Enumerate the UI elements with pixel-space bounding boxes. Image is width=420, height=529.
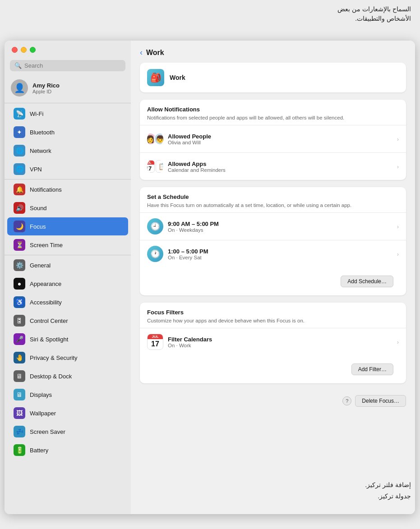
allowed-apps-row[interactable]: JUL 17 📋 Allowed Apps Calendar and Remin… xyxy=(140,152,406,180)
chevron-icon: › xyxy=(397,136,399,143)
screen-saver-icon: 💤 xyxy=(14,426,25,437)
chevron-schedule-0: › xyxy=(397,223,399,230)
user-name: Amy Rico xyxy=(32,82,60,89)
sidebar-item-accessibility[interactable]: ♿ Accessibility xyxy=(7,293,128,311)
reminders-icon: 📋 xyxy=(156,160,163,173)
sidebar-divider-3 xyxy=(5,179,131,179)
desktop-icon: 🖥 xyxy=(14,370,25,382)
schedule-sub-0: On · Weekdays xyxy=(168,227,397,233)
bottom-actions: ? Delete Focus… xyxy=(140,391,406,409)
maximize-button[interactable] xyxy=(30,47,36,53)
sidebar-item-notifications[interactable]: 🔔 Notifications xyxy=(7,180,128,198)
general-icon: ⚙️ xyxy=(14,259,25,271)
sidebar-item-desktop[interactable]: 🖥 Desktop & Dock xyxy=(7,367,128,385)
schedule-title: Set a Schedule xyxy=(147,193,399,200)
focus-filters-title: Focus Filters xyxy=(147,309,399,316)
schedule-header: Set a Schedule Have this Focus turn on a… xyxy=(140,187,406,212)
sidebar-label-bluetooth: Bluetooth xyxy=(30,129,55,136)
focus-icon: 🌙 xyxy=(14,221,25,232)
add-schedule-button[interactable]: Add Schedule… xyxy=(341,276,393,287)
allowed-apps-title: Allowed Apps xyxy=(168,161,397,167)
user-profile-row[interactable]: 👤 Amy Rico Apple ID xyxy=(5,76,131,102)
allowed-apps-text: Allowed Apps Calendar and Reminders xyxy=(168,161,397,173)
avatar: 👤 xyxy=(11,79,28,97)
filter-calendars-sub: On · Work xyxy=(168,343,397,348)
sidebar-item-control-center[interactable]: 🎛 Control Center xyxy=(7,312,128,330)
main-header: ‹ Work xyxy=(131,41,415,63)
close-button[interactable] xyxy=(12,47,18,53)
sidebar-label-battery: Battery xyxy=(30,447,48,454)
tooltip-top-line2: الأشخاص والتطبيقات. xyxy=(355,15,411,22)
sidebar-label-general: General xyxy=(30,262,51,269)
sidebar-label-screen-time: Screen Time xyxy=(30,242,63,248)
sidebar-item-displays[interactable]: 🖥 Displays xyxy=(7,386,128,404)
sidebar-item-screen-time[interactable]: ⏳ Screen Time xyxy=(7,236,128,254)
delete-focus-button[interactable]: Delete Focus… xyxy=(355,395,406,407)
minimize-button[interactable] xyxy=(21,47,27,53)
window-controls xyxy=(5,41,131,57)
allowed-people-icon: 👩 👦 xyxy=(147,131,163,147)
sidebar-item-wifi[interactable]: 📡 Wi-Fi xyxy=(7,105,128,123)
schedule-section: Set a Schedule Have this Focus turn on a… xyxy=(140,187,406,295)
help-button[interactable]: ? xyxy=(342,396,351,405)
sidebar-item-vpn[interactable]: 🌐 VPN xyxy=(7,160,128,178)
tooltip-top-line1: السماح بالإشعارات من بعض xyxy=(337,5,411,13)
sidebar-label-network: Network xyxy=(30,147,51,154)
add-filter-button[interactable]: Add Filter… xyxy=(351,363,393,375)
filter-cal-day: 17 xyxy=(148,339,163,349)
avatar-will: 👦 xyxy=(154,133,163,145)
sidebar-item-general[interactable]: ⚙️ General xyxy=(7,256,128,274)
schedule-row-1[interactable]: 🕐 1:00 – 5:00 PM On · Every Sat › xyxy=(140,240,406,267)
sidebar-item-wallpaper[interactable]: 🖼 Wallpaper xyxy=(7,404,128,422)
chevron-filter: › xyxy=(397,339,399,345)
sidebar-label-notifications: Notifications xyxy=(30,186,62,193)
sidebar-items-container: 📡 Wi-Fi ✦ Bluetooth 🌐 Network 🌐 VPN 🔔 No… xyxy=(5,104,131,460)
sidebar-item-network[interactable]: 🌐 Network xyxy=(7,142,128,160)
network-icon: 🌐 xyxy=(14,145,25,156)
chevron-schedule-1: › xyxy=(397,251,399,258)
schedule-text-1: 1:00 – 5:00 PM On · Every Sat xyxy=(168,248,397,260)
sidebar-item-focus[interactable]: 🌙 Focus xyxy=(7,217,128,235)
chevron-icon-apps: › xyxy=(397,163,399,170)
schedule-row-0[interactable]: 🕘 9:00 AM – 5:00 PM On · Weekdays › xyxy=(140,212,406,240)
sidebar-divider xyxy=(5,103,131,103)
filter-calendars-title: Filter Calendars xyxy=(168,336,397,343)
sidebar: 🔍 👤 Amy Rico Apple ID 📡 Wi-Fi ✦ Bluetoot… xyxy=(5,41,131,514)
sidebar-label-accessibility: Accessibility xyxy=(30,299,62,306)
sidebar-item-siri[interactable]: 🎤 Siri & Spotlight xyxy=(7,330,128,348)
schedule-text-0: 9:00 AM – 5:00 PM On · Weekdays xyxy=(168,221,397,233)
sidebar-label-sound: Sound xyxy=(30,205,47,212)
search-input[interactable] xyxy=(24,62,121,69)
sidebar-label-appearance: Appearance xyxy=(30,281,61,287)
filter-calendars-text: Filter Calendars On · Work xyxy=(168,336,397,348)
sidebar-item-sound[interactable]: 🔊 Sound xyxy=(7,199,128,217)
focus-filters-section: Focus Filters Customize how your apps an… xyxy=(140,303,406,383)
back-button[interactable]: ‹ xyxy=(140,48,143,57)
sidebar-item-battery[interactable]: 🔋 Battery xyxy=(7,441,128,459)
sidebar-item-appearance[interactable]: ● Appearance xyxy=(7,275,128,293)
sidebar-item-privacy[interactable]: 🤚 Privacy & Security xyxy=(7,349,128,367)
allowed-people-row[interactable]: 👩 👦 Allowed People Olivia and Will › xyxy=(140,125,406,152)
sidebar-label-focus: Focus xyxy=(30,223,46,230)
search-icon: 🔍 xyxy=(14,62,22,69)
displays-icon: 🖥 xyxy=(14,389,25,400)
notifications-icon: 🔔 xyxy=(14,184,25,195)
filter-calendars-row[interactable]: JUL 17 Filter Calendars On · Work › xyxy=(140,328,406,355)
allow-notifications-header: Allow Notifications Notifications from s… xyxy=(140,100,406,125)
apps-icon-group: JUL 17 📋 xyxy=(147,160,163,173)
allowed-people-right: › xyxy=(397,136,399,143)
tooltip-bottom: إضافة فلتر تركيز. جدولة تركيز. xyxy=(365,479,411,502)
focus-filters-desc: Customize how your apps and device behav… xyxy=(147,317,399,324)
schedule-time-1: 1:00 – 5:00 PM xyxy=(168,248,397,255)
work-card: 🎒 Work xyxy=(140,63,406,92)
battery-icon: 🔋 xyxy=(14,444,25,456)
user-sub: Apple ID xyxy=(32,89,60,94)
sidebar-item-screen-saver[interactable]: 💤 Screen Saver xyxy=(7,423,128,441)
allow-notifications-section: Allow Notifications Notifications from s… xyxy=(140,100,406,180)
sidebar-label-wifi: Wi-Fi xyxy=(30,110,43,117)
wallpaper-icon: 🖼 xyxy=(14,407,25,419)
sidebar-item-bluetooth[interactable]: ✦ Bluetooth xyxy=(7,123,128,141)
cal-day: 17 xyxy=(147,165,154,173)
filter-cal-month: JUL xyxy=(148,334,163,339)
search-box[interactable]: 🔍 xyxy=(10,60,125,71)
